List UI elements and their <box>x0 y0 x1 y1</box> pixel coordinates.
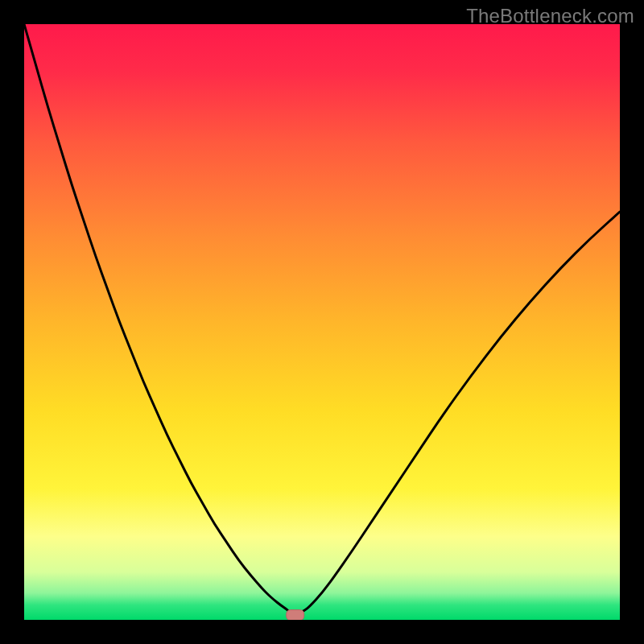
bottleneck-curve-chart <box>24 24 620 620</box>
plot-area <box>24 24 620 620</box>
trough-marker <box>287 610 304 620</box>
chart-frame: TheBottleneck.com <box>0 0 644 644</box>
watermark-text: TheBottleneck.com <box>466 5 634 27</box>
gradient-background <box>24 24 620 620</box>
